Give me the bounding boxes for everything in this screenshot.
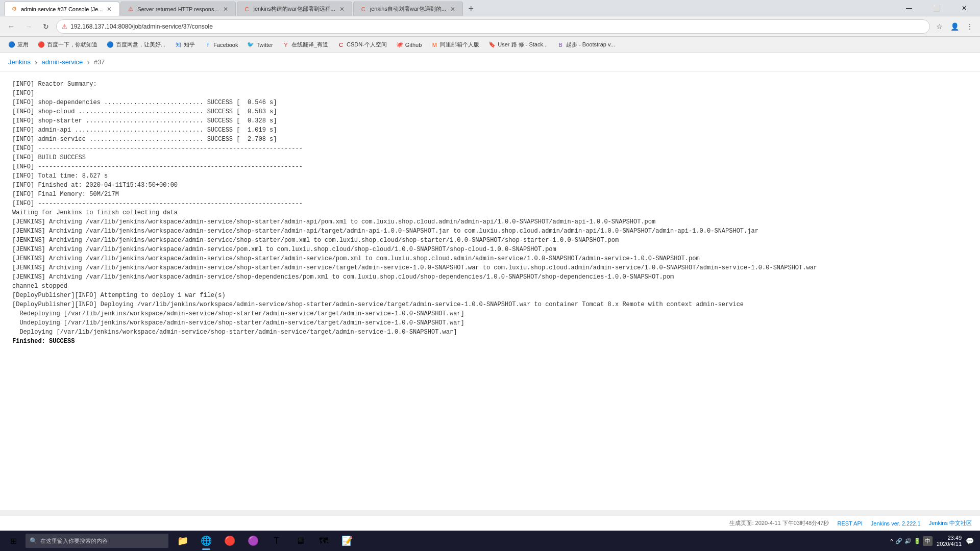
start-button[interactable]: ⊞ <box>2 531 24 551</box>
chevron-up-icon[interactable]: ^ <box>890 537 893 545</box>
taskbar-app-app-maps[interactable]: 🗺 <box>312 531 335 551</box>
url-bar[interactable]: ⚠ 192.168.137.104:8080/job/admin-service… <box>56 19 930 34</box>
browser-tab-tab4[interactable]: C jenkins自动划署war包遇到的... ✕ <box>353 2 463 16</box>
bookmark-item-bm9[interactable]: 🐙 Github <box>392 39 426 51</box>
tab-close-tab1[interactable]: ✕ <box>106 5 113 14</box>
taskbar-app-app-opera[interactable]: 🔴 <box>218 531 241 551</box>
window-controls: — ⬜ ✕ <box>897 0 976 16</box>
search-icon: 🔍 <box>30 537 37 544</box>
console-line-4: [INFO] shop-starter ....................… <box>12 116 968 126</box>
bookmark-label-bm10: 阿里邮箱个人版 <box>440 41 479 48</box>
taskbar: ⊞ 🔍 在这里输入你要搜索的内容 📁🌐🔴🟣T🖥🗺📝 ^ 🔗 🔊 🔋 中 23:4… <box>0 531 980 551</box>
forward-button[interactable]: → <box>21 19 36 34</box>
time-display: 23:49 <box>947 535 962 541</box>
bookmark-label-bm11: User 路 修 - Stack... <box>498 41 548 48</box>
bookmark-item-bm7[interactable]: Y 在线翻译_有道 <box>278 39 332 51</box>
tab-favicon-tab1: ⚙ <box>11 6 18 13</box>
minimize-button[interactable]: — <box>897 0 921 16</box>
bookmark-star-icon[interactable]: ☆ <box>933 20 945 33</box>
breadcrumb-jenkins[interactable]: Jenkins <box>8 58 31 66</box>
bookmark-item-bm2[interactable]: 🔴 百度一下，你就知道 <box>34 39 102 51</box>
bookmark-label-bm4: 知乎 <box>184 41 195 48</box>
url-text: 192.168.137.104:8080/job/admin-service/3… <box>70 23 924 30</box>
back-button[interactable]: ← <box>4 19 18 34</box>
tab-favicon-tab2: ⚠ <box>127 6 134 13</box>
jenkins-version-link[interactable]: Jenkins ver. 2.222.1 <box>871 520 921 527</box>
refresh-button[interactable]: ↻ <box>39 19 53 34</box>
tab-close-tab4[interactable]: ✕ <box>449 5 456 14</box>
console-line-0: [INFO] Reactor Summary: <box>12 80 968 89</box>
bookmark-item-bm4[interactable]: 知 知乎 <box>170 39 199 51</box>
console-line-9: [INFO] ---------------------------------… <box>12 162 968 171</box>
bookmark-item-bm3[interactable]: 🔵 百度网盘，让美好... <box>103 39 169 51</box>
browser-tab-tab1[interactable]: ⚙ admin-service #37 Console [Je... ✕ <box>4 2 119 16</box>
bookmark-item-bm1[interactable]: 🔵 应用 <box>4 39 33 51</box>
taskbar-app-app-t[interactable]: T <box>265 531 288 551</box>
bookmark-item-bm12[interactable]: B 起步 - Bootstrap v... <box>553 39 619 51</box>
console-line-20: [JENKINS] Archiving /var/lib/jenkins/wor… <box>12 263 968 272</box>
bookmark-label-bm1: 应用 <box>17 41 29 48</box>
console-line-14: Waiting for Jenkins to finish collecting… <box>12 208 968 217</box>
bookmark-favicon-bm12: B <box>557 41 564 48</box>
new-tab-button[interactable]: + <box>464 2 478 16</box>
speaker-icon: 🔊 <box>904 538 912 544</box>
tab-title-tab3: jenkins构建的war包部署到远程... <box>254 5 335 13</box>
jenkins-cn-link[interactable]: Jenkins 中文社区 <box>929 519 972 527</box>
notification-icon[interactable]: 💬 <box>966 537 974 545</box>
maximize-button[interactable]: ⬜ <box>925 0 948 16</box>
security-icon: ⚠ <box>62 23 67 30</box>
console-line-19: [JENKINS] Archiving /var/lib/jenkins/wor… <box>12 254 968 263</box>
bookmark-favicon-bm8: C <box>337 41 345 48</box>
console-line-15: [JENKINS] Archiving /var/lib/jenkins/wor… <box>12 217 968 227</box>
tab-close-tab2[interactable]: ✕ <box>222 5 229 14</box>
date-display: 2020/4/11 <box>937 541 962 547</box>
breadcrumb-admin-service[interactable]: admin-service <box>41 58 83 66</box>
tab-favicon-tab4: C <box>360 6 367 13</box>
tab-title-tab1: admin-service #37 Console [Je... <box>21 6 103 12</box>
console-line-3: [INFO] shop-cloud ......................… <box>12 107 968 116</box>
tab-favicon-tab3: C <box>243 6 251 13</box>
rest-api-link[interactable]: REST API <box>837 520 862 527</box>
address-bar: ← → ↻ ⚠ 192.168.137.104:8080/job/admin-s… <box>0 16 980 37</box>
profile-icon[interactable]: 👤 <box>948 20 961 33</box>
system-icons: ^ 🔗 🔊 🔋 中 <box>890 536 933 546</box>
close-button[interactable]: ✕ <box>952 0 976 16</box>
bookmark-item-bm10[interactable]: M 阿里邮箱个人版 <box>427 39 483 51</box>
browser-tab-tab3[interactable]: C jenkins构建的war包部署到远程... ✕ <box>237 2 352 16</box>
taskbar-app-app-chrome[interactable]: 🌐 <box>195 531 217 551</box>
console-line-10: [INFO] Total time: 8.627 s <box>12 171 968 181</box>
footer-generated-text: 生成页面: 2020-4-11 下午03时48分47秒 <box>729 519 829 527</box>
taskbar-app-app-notes[interactable]: 📝 <box>336 531 358 551</box>
title-bar: ⚙ admin-service #37 Console [Je... ✕ ⚠ S… <box>0 0 980 16</box>
console-line-25: Redeploying [/var/lib/jenkins/workspace/… <box>12 309 968 318</box>
bookmark-item-bm6[interactable]: 🐦 Twitter <box>243 39 277 51</box>
console-line-12: [INFO] Final Memory: 50M/217M <box>12 190 968 199</box>
bookmark-favicon-bm6: 🐦 <box>247 41 254 48</box>
taskbar-search[interactable]: 🔍 在这里输入你要搜索的内容 <box>26 534 168 548</box>
breadcrumb-sep-2: › <box>87 58 89 67</box>
bookmark-label-bm8: CSDN-个人空间 <box>347 41 387 48</box>
console-line-18: [JENKINS] Archiving /var/lib/jenkins/wor… <box>12 245 968 254</box>
console-line-8: [INFO] BUILD SUCCESS <box>12 153 968 162</box>
browser-tab-tab2[interactable]: ⚠ Server returned HTTP respons... ✕ <box>120 2 235 16</box>
ime-icon[interactable]: 中 <box>923 536 933 546</box>
breadcrumb: Jenkins › admin-service › #37 <box>0 53 980 71</box>
taskbar-app-app-file[interactable]: 📁 <box>172 531 194 551</box>
bookmark-label-bm12: 起步 - Bootstrap v... <box>566 41 615 48</box>
bookmark-favicon-bm11: 🔖 <box>488 41 496 48</box>
settings-icon[interactable]: ⋮ <box>964 20 976 33</box>
console-line-28: Finished: SUCCESS <box>12 337 968 346</box>
bookmark-item-bm11[interactable]: 🔖 User 路 修 - Stack... <box>484 39 552 51</box>
bookmark-favicon-bm5: f <box>204 41 211 48</box>
search-placeholder: 在这里输入你要搜索的内容 <box>40 537 108 545</box>
bookmark-item-bm8[interactable]: C CSDN-个人空间 <box>333 39 391 51</box>
bookmark-item-bm5[interactable]: f Facebook <box>200 39 242 51</box>
taskbar-clock[interactable]: 23:49 2020/4/11 <box>937 535 962 547</box>
taskbar-app-app-idea[interactable]: 🟣 <box>242 531 264 551</box>
tab-title-tab4: jenkins自动划署war包遇到的... <box>370 5 446 13</box>
console-output: [INFO] Reactor Summary:[INFO][INFO] shop… <box>0 71 980 510</box>
breadcrumb-build-num: #37 <box>94 58 105 66</box>
tab-close-tab3[interactable]: ✕ <box>338 5 346 14</box>
taskbar-app-app-remote[interactable]: 🖥 <box>289 531 311 551</box>
tab-title-tab2: Server returned HTTP respons... <box>137 6 218 12</box>
